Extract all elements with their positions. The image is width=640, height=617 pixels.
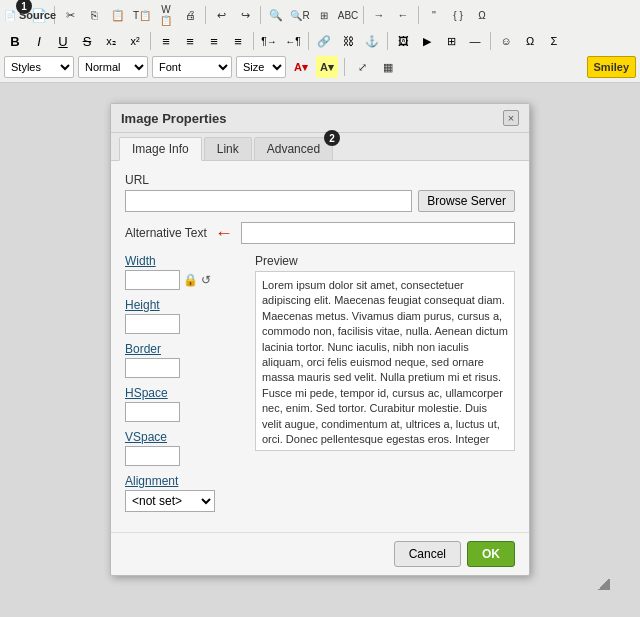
maximize-button[interactable]: ⤢ bbox=[351, 56, 373, 78]
vspace-label[interactable]: VSpace bbox=[125, 430, 245, 444]
dialog-tabs: Image Info Link Advanced 2 bbox=[111, 133, 529, 161]
bold-button[interactable]: B bbox=[4, 30, 26, 52]
alt-text-input[interactable] bbox=[241, 222, 515, 244]
subscript-button[interactable]: x₂ bbox=[100, 30, 122, 52]
print-button[interactable]: 🖨 bbox=[179, 4, 201, 26]
alt-text-row: Alternative Text ← bbox=[125, 222, 515, 244]
select-all-button[interactable]: ⊞ bbox=[313, 4, 335, 26]
two-column-layout: Width 🔒 ↺ Height Border bbox=[125, 254, 515, 520]
separator-11 bbox=[344, 58, 345, 76]
source-button-wrapper: 📄 Source 1 bbox=[4, 4, 26, 26]
vspace-input[interactable] bbox=[125, 446, 180, 466]
dialog-body: URL Browse Server Alternative Text ← Wi bbox=[111, 161, 529, 532]
separator-4 bbox=[363, 6, 364, 24]
dialog-title: Image Properties bbox=[121, 111, 227, 126]
browse-server-button[interactable]: Browse Server bbox=[418, 190, 515, 212]
alignment-select[interactable]: <not set> Left Right Center bbox=[125, 490, 215, 512]
separator-10 bbox=[490, 32, 491, 50]
cancel-button[interactable]: Cancel bbox=[394, 541, 461, 567]
lock-icon[interactable]: 🔒 bbox=[183, 273, 198, 287]
paste-button[interactable]: 📋 bbox=[107, 4, 129, 26]
border-label[interactable]: Border bbox=[125, 342, 245, 356]
flash-button[interactable]: ▶ bbox=[416, 30, 438, 52]
hspace-input[interactable] bbox=[125, 402, 180, 422]
indent-button[interactable]: → bbox=[368, 4, 390, 26]
underline-button[interactable]: U bbox=[52, 30, 74, 52]
image-properties-dialog: Image Properties × Image Info Link Advan… bbox=[110, 103, 530, 576]
align-left-button[interactable]: ≡ bbox=[155, 30, 177, 52]
resize-corner[interactable] bbox=[598, 578, 610, 590]
image-button[interactable]: 🖼 bbox=[392, 30, 414, 52]
format-select[interactable]: Normal bbox=[78, 56, 148, 78]
find-replace-button[interactable]: 🔍R bbox=[289, 4, 311, 26]
separator-6 bbox=[150, 32, 151, 50]
bg-color-button[interactable]: A▾ bbox=[316, 56, 338, 78]
alignment-label: Alignment bbox=[125, 474, 245, 488]
vspace-field-group: VSpace bbox=[125, 430, 245, 466]
smiley-icon-button[interactable]: ☺ bbox=[495, 30, 517, 52]
font-color-button[interactable]: A▾ bbox=[290, 56, 312, 78]
height-label[interactable]: Height bbox=[125, 298, 245, 312]
blockquote-button[interactable]: " bbox=[423, 4, 445, 26]
styles-select[interactable]: Styles bbox=[4, 56, 74, 78]
ok-button[interactable]: OK bbox=[467, 541, 515, 567]
dialog-title-bar: Image Properties × bbox=[111, 104, 529, 133]
link-button[interactable]: 🔗 bbox=[313, 30, 335, 52]
bidi-ltr-button[interactable]: ¶→ bbox=[258, 30, 280, 52]
refresh-icon[interactable]: ↺ bbox=[201, 273, 211, 287]
undo-button[interactable]: ↩ bbox=[210, 4, 232, 26]
tab-advanced[interactable]: Advanced 2 bbox=[254, 137, 333, 160]
paste-text-button[interactable]: T📋 bbox=[131, 4, 153, 26]
tab-link[interactable]: Link bbox=[204, 137, 252, 160]
unlink-button[interactable]: ⛓ bbox=[337, 30, 359, 52]
tab-image-info[interactable]: Image Info bbox=[119, 137, 202, 161]
url-label: URL bbox=[125, 173, 515, 187]
width-row: 🔒 ↺ bbox=[125, 270, 245, 290]
toolbar-row-2: B I U S x₂ x² ≡ ≡ ≡ ≡ ¶→ ←¶ 🔗 ⛓ ⚓ 🖼 ▶ ⊞ … bbox=[4, 28, 636, 54]
align-center-button[interactable]: ≡ bbox=[179, 30, 201, 52]
height-input[interactable] bbox=[125, 314, 180, 334]
sigma-button[interactable]: Σ bbox=[543, 30, 565, 52]
hspace-label[interactable]: HSpace bbox=[125, 386, 245, 400]
width-input[interactable] bbox=[125, 270, 180, 290]
align-right-button[interactable]: ≡ bbox=[203, 30, 225, 52]
url-input[interactable] bbox=[125, 190, 412, 212]
url-row: Browse Server bbox=[125, 190, 515, 212]
separator-7 bbox=[253, 32, 254, 50]
bidi-rtl-button[interactable]: ←¶ bbox=[282, 30, 304, 52]
separator-8 bbox=[308, 32, 309, 50]
url-field-group: URL Browse Server bbox=[125, 173, 515, 212]
code-button[interactable]: { } bbox=[447, 4, 469, 26]
align-justify-button[interactable]: ≡ bbox=[227, 30, 249, 52]
separator-9 bbox=[387, 32, 388, 50]
table-button[interactable]: ⊞ bbox=[440, 30, 462, 52]
border-input[interactable] bbox=[125, 358, 180, 378]
dialog-footer: Cancel OK bbox=[111, 532, 529, 575]
border-field-group: Border bbox=[125, 342, 245, 378]
paste-word-button[interactable]: W📋 bbox=[155, 4, 177, 26]
copy-button[interactable]: ⎘ bbox=[83, 4, 105, 26]
superscript-button[interactable]: x² bbox=[124, 30, 146, 52]
preview-label: Preview bbox=[255, 254, 515, 268]
height-field-group: Height bbox=[125, 298, 245, 334]
red-arrow-icon: ← bbox=[215, 223, 233, 244]
find-button[interactable]: 🔍 bbox=[265, 4, 287, 26]
special-chars-button[interactable]: Ω bbox=[519, 30, 541, 52]
block-view-button[interactable]: ▦ bbox=[377, 56, 399, 78]
outdent-button[interactable]: ← bbox=[392, 4, 414, 26]
special-char-button[interactable]: Ω bbox=[471, 4, 493, 26]
toolbar: 📄 Source 1 📄 ✂ ⎘ 📋 T📋 W📋 🖨 ↩ ↪ 🔍 🔍R ⊞ AB… bbox=[0, 0, 640, 83]
cut-button[interactable]: ✂ bbox=[59, 4, 81, 26]
width-label[interactable]: Width bbox=[125, 254, 245, 268]
anchor-button[interactable]: ⚓ bbox=[361, 30, 383, 52]
separator-5 bbox=[418, 6, 419, 24]
strikethrough-button[interactable]: S bbox=[76, 30, 98, 52]
italic-button[interactable]: I bbox=[28, 30, 50, 52]
hline-button[interactable]: — bbox=[464, 30, 486, 52]
font-select[interactable]: Font bbox=[152, 56, 232, 78]
size-select[interactable]: Size bbox=[236, 56, 286, 78]
redo-button[interactable]: ↪ bbox=[234, 4, 256, 26]
dialog-close-button[interactable]: × bbox=[503, 110, 519, 126]
smiley-button[interactable]: Smiley bbox=[587, 56, 636, 78]
spell-check-button[interactable]: ABC bbox=[337, 4, 359, 26]
